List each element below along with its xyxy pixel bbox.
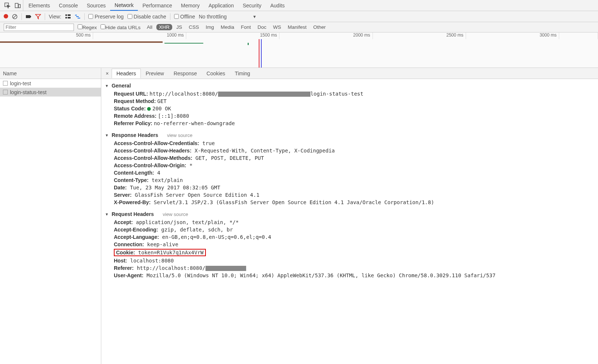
filter-type-other[interactable]: Other [311,24,329,30]
header-row: Accept-Encoding: gzip, deflate, sdch, br [103,226,596,233]
timeline-tick: 1500 ms [186,32,279,39]
tab-network[interactable]: Network [110,0,138,11]
header-row: Content-Length: 4 [103,169,596,176]
svg-rect-2 [18,4,20,8]
view-source-link[interactable]: view source [167,133,193,138]
header-row: Host: localhost:8080 [103,257,596,264]
tab-application[interactable]: Application [204,0,238,11]
tab-security[interactable]: Security [238,0,266,11]
preserve-log-checkbox[interactable]: Preserve log [88,14,124,20]
headers-panel: ▼General Request URL: http://localhost:8… [101,79,598,364]
filter-bar: Regex Hide data URLs AllXHRJSCSSImgMedia… [0,22,598,32]
detail-tab-response[interactable]: Response [169,69,202,78]
inspect-dock-icons [2,0,23,11]
kv-request-method: Request Method: GET [103,97,596,105]
filter-type-all[interactable]: All [144,24,155,30]
offline-checkbox[interactable]: Offline [174,14,195,20]
svg-rect-6 [30,16,31,17]
status-dot-icon [147,107,151,111]
timeline-marker [259,39,259,68]
filter-input[interactable] [4,24,74,31]
detail-tab-preview[interactable]: Preview [141,69,169,78]
filter-type-css[interactable]: CSS [186,24,202,30]
request-name: login-status-test [10,89,47,95]
tab-sources[interactable]: Sources [82,0,110,11]
filter-type-media[interactable]: Media [218,24,237,30]
svg-line-4 [13,15,16,18]
kv-remote-address: Remote Address: [::1]:8080 [103,112,596,120]
header-row: Access-Control-Allow-Headers: X-Requeste… [103,147,596,154]
file-icon [3,90,8,95]
request-row[interactable]: login-status-test [0,88,101,97]
view-source-link[interactable]: view source [163,212,188,217]
network-main: Name login-testlogin-status-test × Heade… [0,68,598,364]
section-general[interactable]: ▼General [103,81,596,90]
file-icon [3,81,8,86]
filter-type-manifest[interactable]: Manifest [285,24,309,30]
filter-type-img[interactable]: Img [203,24,217,30]
view-large-icon[interactable] [65,14,71,20]
header-row: Access-Control-Allow-Origin: * [103,162,596,169]
svg-rect-10 [68,17,71,18]
filter-type-js[interactable]: JS [174,24,185,30]
header-row: Accept: application/json, text/plain, */… [103,219,596,226]
capture-screenshots-icon[interactable] [26,14,31,20]
detail-tab-cookies[interactable]: Cookies [202,69,230,78]
disable-cache-checkbox[interactable]: Disable cache [128,14,166,20]
svg-rect-5 [26,15,30,18]
header-row: Content-Type: text/plain [103,176,596,184]
devtools-tabbar: ElementsConsoleSourcesNetworkPerformance… [0,0,598,11]
filter-type-xhr[interactable]: XHR [156,24,172,30]
section-request-headers[interactable]: ▼Request Headers view source [103,210,596,219]
timeline-bar [164,43,203,44]
request-list-header[interactable]: Name [0,68,101,79]
tab-elements[interactable]: Elements [24,0,54,11]
view-label: View: [49,14,61,20]
tab-memory[interactable]: Memory [177,0,204,11]
record-button[interactable] [4,14,8,20]
request-detail: × HeadersPreviewResponseCookiesTiming ▼G… [101,68,598,364]
header-row: Server: GlassFish Server Open Source Edi… [103,191,596,199]
header-row: X-Powered-By: Servlet/3.1 JSP/2.3 (Glass… [103,199,596,206]
timeline-overview[interactable]: 500 ms1000 ms1500 ms2000 ms2500 ms3000 m… [0,32,598,68]
regex-checkbox[interactable]: Regex [78,24,97,30]
filter-type-font[interactable]: Font [238,24,254,30]
device-toolbar-icon[interactable] [15,3,21,8]
kv-referrer-policy: Referrer Policy: no-referrer-when-downgr… [103,120,596,127]
close-detail-button[interactable]: × [103,71,112,76]
header-row: Connection: keep-alive [103,241,596,248]
tab-console[interactable]: Console [54,0,82,11]
header-row: Referer: http://localhost:8080/ [103,264,596,272]
kv-status-code: Status Code: 200 OK [103,105,596,112]
inspect-icon[interactable] [4,3,10,8]
header-row: User-Agent: Mozilla/5.0 (Windows NT 10.0… [103,272,596,279]
request-list: Name login-testlogin-status-test [0,68,101,364]
timeline-tick: 3000 ms [466,32,559,39]
timeline-tick: 2500 ms [373,32,466,39]
network-toolbar: View: Preserve log Disable cache Offline… [0,11,598,22]
timeline-bar [0,41,163,43]
tab-performance[interactable]: Performance [138,0,176,11]
timeline-tick: 2000 ms [279,32,373,39]
detail-tab-headers[interactable]: Headers [112,69,141,78]
throttling-select[interactable]: No throttling▼ [199,14,256,20]
svg-rect-7 [65,14,67,16]
svg-rect-1 [15,3,18,8]
filter-funnel-icon[interactable] [35,14,41,20]
svg-rect-9 [65,17,67,18]
filter-type-ws[interactable]: WS [271,24,284,30]
request-row[interactable]: login-test [0,79,101,88]
timeline-tick: 500 ms [0,32,93,39]
header-row: Access-Control-Allow-Methods: GET, POST,… [103,154,596,162]
svg-rect-8 [68,14,71,16]
tab-audits[interactable]: Audits [266,0,289,11]
view-waterfall-icon[interactable] [75,14,81,20]
detail-tab-timing[interactable]: Timing [230,69,255,78]
hide-data-urls-checkbox[interactable]: Hide data URLs [101,24,140,30]
detail-tabbar: × HeadersPreviewResponseCookiesTiming [101,68,598,79]
header-row: Access-Control-Allow-Credentials: true [103,140,596,147]
timeline-tick: 1000 ms [93,32,186,39]
clear-icon[interactable] [12,14,18,20]
section-response-headers[interactable]: ▼Response Headers view source [103,131,596,140]
filter-type-doc[interactable]: Doc [255,24,269,30]
